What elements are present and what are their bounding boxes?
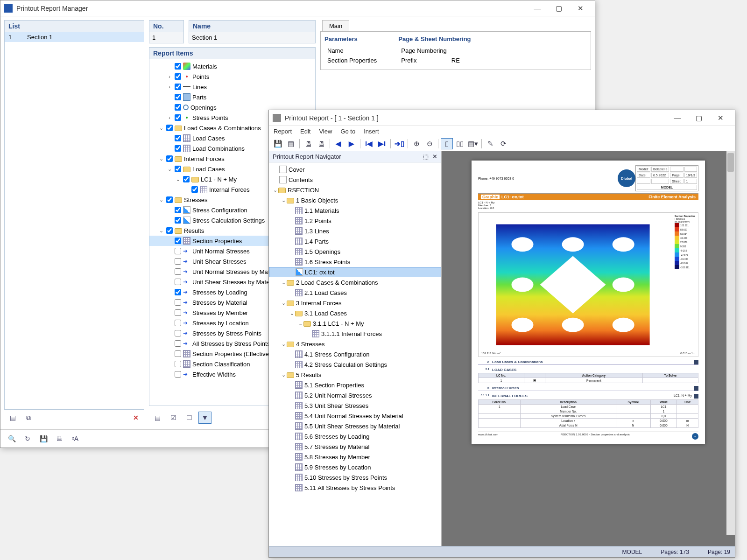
reload-icon[interactable]: ⟳ xyxy=(497,138,509,149)
nav-item[interactable]: ⌄1 Basic Objects xyxy=(269,195,441,205)
item-checkbox[interactable] xyxy=(175,166,181,172)
nav-item[interactable]: 1.4 Parts xyxy=(269,236,441,246)
nav-item[interactable]: 1.2 Points xyxy=(269,216,441,226)
undock-icon[interactable]: ⬚ xyxy=(423,153,429,160)
close-button[interactable]: ✕ xyxy=(570,1,591,15)
save-button[interactable]: 💾 xyxy=(37,433,50,445)
save-icon[interactable]: 💾 xyxy=(272,138,284,149)
check-all-button[interactable]: ☑ xyxy=(167,412,180,424)
item-checkbox[interactable] xyxy=(166,155,173,162)
nav-item[interactable]: 4.2 Stress Calculation Settings xyxy=(269,359,441,370)
item-checkbox[interactable] xyxy=(175,63,181,70)
mgr-titlebar[interactable]: Printout Report Manager — ▢ ✕ xyxy=(0,0,595,16)
menu-insert[interactable]: Insert xyxy=(364,128,379,135)
nav-item[interactable]: 5.3 Unit Shear Stresses xyxy=(269,400,441,411)
nav-item[interactable]: 5.9 Stresses by Location xyxy=(269,462,441,472)
nav-item[interactable]: 5.10 Stresses by Stress Points xyxy=(269,472,441,483)
item-checkbox[interactable] xyxy=(175,94,181,100)
item-checkbox[interactable] xyxy=(175,104,181,111)
nav-item[interactable]: 5.7 Stresses by Material xyxy=(269,441,441,452)
settings-icon[interactable]: ▤▾ xyxy=(467,138,479,149)
no-field[interactable] xyxy=(149,32,183,43)
uncheck-all-button[interactable]: ☐ xyxy=(183,412,196,424)
copy-button[interactable]: ⧉ xyxy=(22,412,35,424)
item-checkbox[interactable] xyxy=(175,299,181,306)
nav-item[interactable]: ⌄3.1.1 LC1 - N + My xyxy=(269,318,441,329)
nav-item[interactable]: 3.1.1.1 Internal Forces xyxy=(269,329,441,339)
item-checkbox[interactable] xyxy=(175,340,181,347)
item-checkbox[interactable] xyxy=(175,371,181,378)
nav-item[interactable]: LC1: σx,tot xyxy=(269,267,441,277)
item-checkbox[interactable] xyxy=(175,361,181,367)
filter-button[interactable]: ▼ xyxy=(198,412,211,424)
close-button[interactable]: ✕ xyxy=(710,111,731,125)
maximize-button[interactable]: ▢ xyxy=(548,1,570,15)
minimize-button[interactable]: — xyxy=(667,111,688,125)
nav-item[interactable]: ⌄2 Load Cases & Combinations xyxy=(269,277,441,287)
page-preview[interactable]: Phone: +49 9673 9203-0 Dlubal Model:Beis… xyxy=(442,151,735,546)
menu-view[interactable]: View xyxy=(319,128,332,135)
page-delete-icon[interactable]: ▤ xyxy=(285,138,297,149)
item-checkbox[interactable] xyxy=(175,217,181,224)
item-checkbox[interactable] xyxy=(175,350,181,357)
nav-item[interactable]: 5.6 Stresses by Loading xyxy=(269,431,441,441)
nav-item[interactable]: 2.1 Load Cases xyxy=(269,287,441,298)
nav-item[interactable]: 5.11 All Stresses by Stress Points xyxy=(269,483,441,493)
nav-item[interactable]: 5.2 Unit Normal Stresses xyxy=(269,390,441,400)
item-checkbox[interactable] xyxy=(175,309,181,316)
nav-contents[interactable]: Contents xyxy=(269,175,441,185)
new-button[interactable]: ▤ xyxy=(6,412,19,424)
navigator-tree[interactable]: Cover Contents ⌄RSECTION ⌄1 Basic Object… xyxy=(269,162,441,546)
item-checkbox[interactable] xyxy=(175,73,181,80)
item-checkbox[interactable] xyxy=(175,238,181,244)
nav-item[interactable]: 4.1 Stress Configuration xyxy=(269,349,441,359)
name-field[interactable] xyxy=(189,32,315,43)
translate-button[interactable]: ᵡA xyxy=(69,433,82,445)
goto-icon[interactable]: ➔▯ xyxy=(393,138,405,149)
item-checkbox[interactable] xyxy=(175,320,181,326)
zoom-in-icon[interactable]: ⊕ xyxy=(410,138,423,149)
item-checkbox[interactable] xyxy=(175,330,181,336)
zoom-out-icon[interactable]: ⊖ xyxy=(423,138,436,149)
rpt-titlebar[interactable]: Printout Report - [ 1 - Section 1 ] — ▢ … xyxy=(269,110,735,126)
item-checkbox[interactable] xyxy=(175,279,181,285)
item-checkbox[interactable] xyxy=(166,125,173,131)
nav-item[interactable]: 1.5 Openings xyxy=(269,246,441,257)
item-checkbox[interactable] xyxy=(166,196,173,203)
print-icon[interactable]: 🖶 xyxy=(302,138,314,149)
nav-item[interactable]: 1.1 Materials xyxy=(269,205,441,216)
nav-item[interactable]: ⌄4 Stresses xyxy=(269,339,441,349)
menu-go-to[interactable]: Go to xyxy=(340,128,355,135)
nav-item[interactable]: 1.3 Lines xyxy=(269,226,441,236)
edit-icon[interactable]: ✎ xyxy=(484,138,496,149)
first-icon[interactable]: I◀ xyxy=(363,138,375,149)
menu-report[interactable]: Report xyxy=(274,128,292,135)
item-checkbox[interactable] xyxy=(183,176,190,182)
item-checkbox[interactable] xyxy=(175,268,181,275)
delete-button[interactable]: ✕ xyxy=(129,412,142,424)
single-page-icon[interactable]: ▯ xyxy=(441,138,453,149)
list-item[interactable]: 1 Section 1 xyxy=(5,32,144,42)
menu-edit[interactable]: Edit xyxy=(300,128,310,135)
nav-item[interactable]: 5.1 Section Properties xyxy=(269,380,441,390)
nav-item[interactable]: ⌄5 Results xyxy=(269,370,441,380)
item-checkbox[interactable] xyxy=(175,258,181,265)
nav-item[interactable]: 1.6 Stress Points xyxy=(269,257,441,267)
minimize-button[interactable]: — xyxy=(527,1,548,15)
find-button[interactable]: 🔍 xyxy=(5,433,18,445)
item-checkbox[interactable] xyxy=(191,186,198,193)
nav-item[interactable]: 5.4 Unit Normal Stresses by Material xyxy=(269,411,441,421)
item-checkbox[interactable] xyxy=(175,145,181,152)
report-item[interactable]: ›Lines xyxy=(149,82,315,92)
report-item[interactable]: Parts xyxy=(149,92,315,102)
nav-item[interactable]: ⌄3 Internal Forces xyxy=(269,298,441,308)
nav-cover[interactable]: Cover xyxy=(269,164,441,175)
last-icon[interactable]: ▶I xyxy=(376,138,388,149)
item-checkbox[interactable] xyxy=(175,248,181,254)
two-page-icon[interactable]: ▯▯ xyxy=(454,138,466,149)
item-checkbox[interactable] xyxy=(166,227,173,234)
maximize-button[interactable]: ▢ xyxy=(688,111,710,125)
item-checkbox[interactable] xyxy=(175,207,181,213)
preview-scrollbar[interactable] xyxy=(726,151,735,535)
print-button[interactable]: 🖶 xyxy=(53,433,66,445)
